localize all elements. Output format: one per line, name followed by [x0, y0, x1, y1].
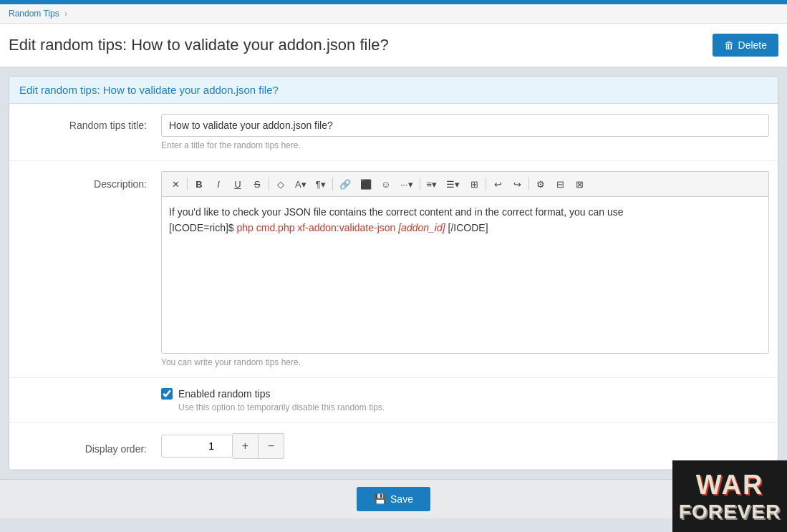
enabled-row: Enabled random tips Use this option to t… — [9, 378, 778, 423]
breadcrumb: Random Tips › — [0, 4, 787, 24]
description-hint: You can write your random tips here. — [161, 357, 769, 367]
toolbar-div6 — [528, 178, 529, 190]
toolbar-eraser[interactable]: ✕ — [166, 175, 185, 193]
toolbar-div3 — [332, 178, 333, 190]
toolbar-redo[interactable]: ↪ — [508, 175, 526, 193]
toolbar-link[interactable]: 🔗 — [335, 175, 355, 193]
editor-line2-after: [/ICODE] — [445, 222, 488, 233]
title-label: Random tips title: — [18, 114, 161, 131]
title-hint: Enter a title for the random tips here. — [161, 140, 769, 150]
breadcrumb-link[interactable]: Random Tips — [9, 9, 59, 19]
editor-line2-code: php cmd.php xf-addon:validate-json — [237, 222, 396, 233]
description-row: Description: ✕ B I U S ◇ A▾ ¶▾ — [9, 161, 778, 378]
editor-line2-italic: [addon_id] — [395, 222, 445, 233]
panel-title: Edit random tips: How to validate your a… — [19, 84, 768, 96]
toolbar-table[interactable]: ⊞ — [465, 175, 483, 193]
delete-button[interactable]: 🗑 Delete — [713, 34, 778, 57]
watermark-line2: FOREVER — [679, 500, 781, 519]
toolbar-view2[interactable]: ⊠ — [570, 175, 589, 193]
enabled-hint: Use this option to temporarily disable t… — [178, 402, 769, 412]
title-row: Random tips title: Enter a title for the… — [9, 104, 778, 161]
editor-line2-before: [ICODE=rich]$ — [169, 222, 237, 233]
enabled-control: Enabled random tips Use this option to t… — [161, 388, 769, 412]
panel: Edit random tips: How to validate your a… — [9, 76, 778, 470]
toolbar-div1 — [187, 178, 188, 190]
enabled-checkbox-item: Enabled random tips — [161, 388, 769, 400]
watermark-line1: WAR — [696, 470, 764, 500]
toolbar-font-size[interactable]: ¶▾ — [312, 175, 330, 193]
display-order-control: + − — [161, 433, 769, 459]
editor-area[interactable]: If you'd like to check your JSON file co… — [161, 196, 769, 354]
chevron-icon: › — [64, 9, 67, 19]
page-header: Edit random tips: How to validate your a… — [0, 24, 787, 67]
panel-body: Random tips title: Enter a title for the… — [9, 104, 778, 470]
toolbar-align[interactable]: ≡▾ — [423, 175, 442, 193]
title-control: Enter a title for the random tips here. — [161, 114, 769, 150]
toolbar-highlight[interactable]: ◇ — [271, 175, 290, 193]
save-label: Save — [390, 493, 413, 505]
toolbar-settings[interactable]: ⚙ — [531, 175, 550, 193]
increment-button[interactable]: + — [233, 433, 259, 459]
editor-toolbar: ✕ B I U S ◇ A▾ ¶▾ 🔗 ⬛ ☺ ···▾ — [161, 171, 769, 196]
number-input-wrap: + − — [161, 433, 769, 459]
description-control: ✕ B I U S ◇ A▾ ¶▾ 🔗 ⬛ ☺ ···▾ — [161, 171, 769, 367]
display-order-row: Display order: + − — [9, 423, 778, 470]
footer-bar: 💾 Save — [0, 479, 787, 518]
enabled-checkbox[interactable] — [161, 388, 173, 400]
title-input[interactable] — [161, 114, 769, 137]
editor-line1: If you'd like to check your JSON file co… — [169, 206, 624, 218]
description-label: Description: — [18, 171, 161, 190]
toolbar-strikethrough[interactable]: S — [248, 175, 266, 193]
toolbar-underline[interactable]: U — [228, 175, 247, 193]
toolbar-more[interactable]: ···▾ — [396, 175, 417, 193]
toolbar-div2 — [269, 178, 269, 190]
trash-icon: 🗑 — [724, 39, 734, 51]
toolbar-emoji[interactable]: ☺ — [377, 175, 395, 193]
toolbar-italic[interactable]: I — [209, 175, 228, 193]
page-title: Edit random tips: How to validate your a… — [9, 36, 389, 54]
toolbar-div4 — [420, 178, 420, 190]
toolbar-image[interactable]: ⬛ — [356, 175, 376, 193]
save-button[interactable]: 💾 Save — [357, 487, 430, 511]
editor-content: If you'd like to check your JSON file co… — [169, 204, 761, 236]
content-wrapper: Edit random tips: How to validate your a… — [0, 67, 787, 479]
toolbar-font-color[interactable]: A▾ — [291, 175, 311, 193]
panel-header: Edit random tips: How to validate your a… — [9, 77, 778, 104]
toolbar-div5 — [486, 178, 486, 190]
enabled-label[interactable]: Enabled random tips — [178, 388, 270, 400]
toolbar-view1[interactable]: ⊟ — [551, 175, 569, 193]
toolbar-list[interactable]: ☰▾ — [442, 175, 464, 193]
delete-label: Delete — [738, 39, 767, 51]
display-order-input[interactable] — [161, 435, 233, 458]
save-icon: 💾 — [374, 493, 386, 505]
display-order-label: Display order: — [18, 437, 161, 455]
toolbar-undo[interactable]: ↩ — [488, 175, 507, 193]
decrement-button[interactable]: − — [259, 433, 284, 459]
toolbar-bold[interactable]: B — [190, 175, 208, 193]
watermark: WAR FOREVER — [672, 460, 787, 518]
